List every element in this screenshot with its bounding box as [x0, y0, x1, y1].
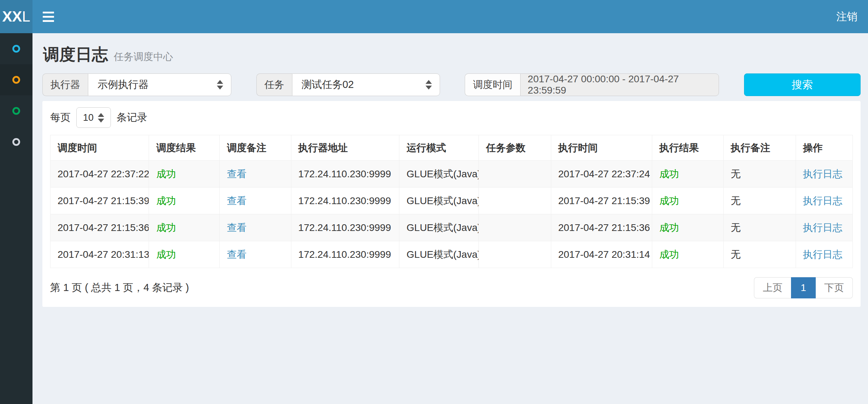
table-cell: 成功 [149, 214, 220, 241]
table-cell: GLUE模式(Java) [399, 161, 479, 188]
table-cell: 无 [724, 161, 796, 188]
table-cell: 查看 [220, 161, 291, 188]
table-cell: 执行日志 [796, 241, 852, 268]
column-header: 执行时间 [551, 135, 652, 161]
column-header: 执行结果 [652, 135, 723, 161]
table-cell: 执行日志 [796, 161, 852, 188]
table-cell: 2017-04-27 21:15:39 [50, 188, 149, 214]
status-success-text: 成功 [156, 195, 176, 206]
table-cell: 查看 [220, 241, 291, 268]
circle-icon [12, 138, 20, 146]
table-cell: 2017-04-27 20:31:14 [551, 241, 652, 268]
job-select[interactable]: 测试任务02 [292, 73, 440, 96]
table-cell: 无 [724, 241, 796, 268]
column-header: 调度时间 [50, 135, 149, 161]
circle-icon [12, 76, 20, 84]
select-arrows-icon [98, 113, 104, 123]
time-filter-label: 调度时间 [465, 73, 520, 96]
search-button[interactable]: 搜索 [744, 73, 861, 96]
select-arrows-icon [426, 80, 432, 90]
exec-log-link[interactable]: 执行日志 [803, 168, 843, 179]
column-header: 执行器地址 [291, 135, 399, 161]
table-cell: 成功 [652, 214, 723, 241]
hamburger-icon [43, 12, 54, 13]
sidebar-item-dashboard[interactable] [0, 33, 32, 64]
page-size-select[interactable]: 10 [76, 107, 111, 128]
table-cell: 无 [724, 214, 796, 241]
current-page-button[interactable]: 1 [791, 277, 816, 298]
sidebar-menu [0, 33, 32, 404]
view-remark-link[interactable]: 查看 [227, 249, 246, 260]
view-remark-link[interactable]: 查看 [227, 168, 246, 179]
page-subtitle: 任务调度中心 [114, 51, 173, 62]
column-header: 任务参数 [479, 135, 551, 161]
table-cell: GLUE模式(Java) [399, 241, 479, 268]
status-success-text: 成功 [156, 168, 176, 179]
time-range-input[interactable]: 2017-04-27 00:00:00 - 2017-04-27 23:59:5… [520, 73, 719, 96]
logout-button[interactable]: 注销 [826, 0, 868, 33]
view-remark-link[interactable]: 查看 [227, 222, 246, 233]
table-header-row: 调度时间调度结果调度备注执行器地址运行模式任务参数执行时间执行结果执行备注操作 [50, 135, 853, 161]
table-cell: 执行日志 [796, 214, 852, 241]
table-cell [479, 241, 551, 268]
table-cell: GLUE模式(Java) [399, 214, 479, 241]
sidebar-item-executor-manage[interactable] [0, 126, 32, 158]
sidebar-item-job-manage[interactable] [0, 95, 32, 126]
table-cell: 172.24.110.230:9999 [291, 241, 399, 268]
column-header: 运行模式 [399, 135, 479, 161]
table-cell: 172.24.110.230:9999 [291, 188, 399, 214]
table-cell: 2017-04-27 21:15:36 [50, 214, 149, 241]
view-remark-link[interactable]: 查看 [227, 195, 246, 206]
filter-row: 执行器 示例执行器 任务 测试任务02 调度时间 2017-04-27 00:0… [32, 69, 868, 96]
top-navbar: XXL 注销 [0, 0, 868, 33]
table-cell [479, 188, 551, 214]
content-area: 调度日志任务调度中心 执行器 示例执行器 任务 测试任务02 调度时间 2017… [32, 33, 868, 404]
page-size-row: 每页 10 条记录 [50, 107, 853, 128]
status-success-text: 成功 [659, 195, 679, 206]
table-cell: 2017-04-27 22:37:24 [551, 161, 652, 188]
table-cell: 2017-04-27 21:15:39 [551, 188, 652, 214]
executor-select[interactable]: 示例执行器 [88, 73, 231, 96]
status-success-text: 成功 [156, 249, 176, 260]
table-cell: GLUE模式(Java) [399, 188, 479, 214]
table-cell: 查看 [220, 214, 291, 241]
sidebar-item-job-log[interactable] [0, 64, 32, 95]
table-cell: 无 [724, 188, 796, 214]
exec-log-link[interactable]: 执行日志 [803, 249, 843, 260]
app-logo[interactable]: XXL [0, 0, 32, 33]
executor-filter-group: 执行器 示例执行器 [42, 73, 231, 96]
next-page-button[interactable]: 下页 [816, 277, 853, 298]
page-size-suffix: 条记录 [117, 111, 147, 125]
pagination-controls: 上页 1 下页 [754, 277, 853, 298]
table-cell [479, 161, 551, 188]
logo-text-light: L [22, 8, 30, 25]
exec-log-link[interactable]: 执行日志 [803, 195, 843, 206]
column-header: 调度结果 [149, 135, 220, 161]
table-cell: 成功 [149, 241, 220, 268]
table-cell: 172.24.110.230:9999 [291, 161, 399, 188]
time-filter-group: 调度时间 2017-04-27 00:00:00 - 2017-04-27 23… [465, 73, 719, 96]
prev-page-button[interactable]: 上页 [754, 277, 791, 298]
column-header: 执行备注 [724, 135, 796, 161]
executor-select-value: 示例执行器 [97, 78, 149, 92]
table-cell: 成功 [149, 161, 220, 188]
status-success-text: 成功 [659, 168, 679, 179]
column-header: 调度备注 [220, 135, 291, 161]
job-filter-group: 任务 测试任务02 [256, 73, 440, 96]
table-cell [479, 214, 551, 241]
hamburger-icon [43, 16, 54, 18]
pagination-info: 第 1 页 ( 总共 1 页，4 条记录 ) [50, 281, 189, 295]
job-filter-label: 任务 [256, 73, 292, 96]
table-row: 2017-04-27 21:15:39成功查看172.24.110.230:99… [50, 188, 853, 214]
table-cell: 成功 [149, 188, 220, 214]
select-arrows-icon [217, 80, 223, 90]
status-success-text: 成功 [659, 222, 679, 233]
logo-text-bold: XX [2, 8, 22, 25]
table-cell: 2017-04-27 20:31:13 [50, 241, 149, 268]
table-row: 2017-04-27 22:37:22成功查看172.24.110.230:99… [50, 161, 853, 188]
page-header: 调度日志任务调度中心 [32, 33, 868, 69]
status-success-text: 成功 [659, 249, 679, 260]
sidebar-toggle-button[interactable] [32, 0, 64, 33]
page-size-prefix: 每页 [50, 111, 71, 125]
exec-log-link[interactable]: 执行日志 [803, 222, 843, 233]
